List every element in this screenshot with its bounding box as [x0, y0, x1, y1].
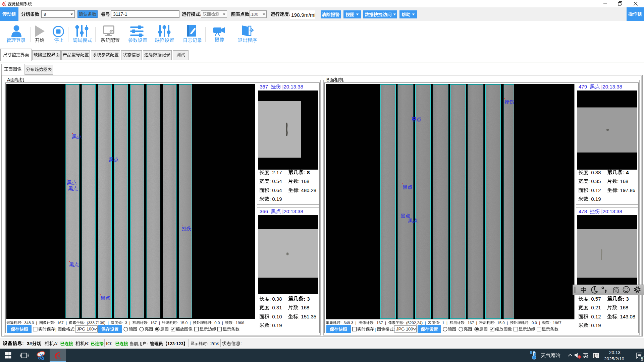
svg-text:478: 478 — [579, 208, 587, 214]
svg-text:15.0: 15.0 — [180, 320, 187, 324]
svg-text:15.0: 15.0 — [497, 320, 504, 324]
svg-text:0.19: 0.19 — [272, 322, 282, 328]
svg-text:123-123: 123-123 — [167, 341, 183, 346]
svg-text:2ms: 2ms — [210, 341, 219, 346]
svg-text:|: | — [36, 320, 37, 324]
svg-text:0.10: 0.10 — [272, 314, 282, 319]
svg-text:168: 168 — [301, 178, 309, 184]
svg-text:0.21: 0.21 — [591, 305, 601, 310]
svg-text::: : — [232, 320, 233, 324]
svg-text::: : — [549, 320, 550, 324]
svg-text::: : — [147, 341, 148, 346]
svg-text:3117-1: 3117-1 — [113, 11, 127, 17]
svg-text::: : — [147, 320, 148, 324]
svg-text::: : — [74, 327, 75, 332]
svg-text:0.38: 0.38 — [591, 170, 601, 175]
svg-text:|: | — [425, 320, 426, 324]
svg-text:|: | — [66, 320, 67, 324]
svg-text::: : — [298, 178, 300, 184]
svg-text::: : — [304, 296, 305, 302]
svg-text:151.35: 151.35 — [301, 314, 316, 319]
svg-text::: : — [623, 296, 625, 302]
svg-text:8: 8 — [307, 170, 310, 175]
svg-text::: : — [439, 320, 440, 324]
svg-text:0.38: 0.38 — [272, 296, 282, 302]
svg-text::: : — [588, 296, 590, 302]
svg-text:0.31: 0.31 — [272, 305, 282, 310]
svg-text::: : — [588, 314, 590, 319]
svg-text::: : — [298, 187, 300, 193]
svg-text:167: 167 — [57, 320, 63, 324]
svg-text:A: A — [7, 77, 10, 82]
svg-text::: : — [588, 170, 590, 175]
svg-text:348.3: 348.3 — [24, 320, 34, 324]
svg-text::: : — [528, 320, 529, 324]
svg-text:4: 4 — [626, 170, 629, 175]
svg-text:0.0: 0.0 — [214, 320, 220, 324]
svg-text:367: 367 — [260, 84, 268, 89]
svg-text:168: 168 — [620, 305, 628, 310]
svg-text::: : — [200, 12, 202, 17]
svg-text:0.19: 0.19 — [272, 196, 282, 202]
svg-text:|: | — [507, 320, 508, 324]
svg-text:0.12: 0.12 — [591, 187, 601, 193]
svg-text::: : — [269, 187, 271, 193]
svg-text:|20:13:38: |20:13:38 — [601, 208, 622, 214]
svg-text::: : — [211, 320, 212, 324]
svg-text::: : — [393, 327, 394, 332]
svg-text:|: | — [107, 320, 108, 324]
svg-text:0.57: 0.57 — [591, 296, 601, 302]
svg-text::: : — [177, 320, 178, 324]
svg-text::: : — [588, 178, 590, 184]
svg-text::: : — [623, 170, 625, 175]
svg-text:366: 366 — [260, 208, 268, 214]
svg-text:143.08: 143.08 — [620, 314, 635, 319]
svg-text:168: 168 — [301, 305, 309, 310]
svg-text:1966: 1966 — [235, 320, 244, 324]
svg-text:20:13: 20:13 — [609, 350, 621, 355]
svg-text::: : — [22, 341, 24, 346]
svg-text::: : — [617, 305, 619, 310]
svg-text:0.0: 0.0 — [531, 320, 537, 324]
svg-text:3: 3 — [626, 296, 629, 302]
svg-text:A:: A: — [54, 341, 58, 346]
svg-text:|: | — [190, 320, 191, 324]
svg-text::: : — [289, 12, 290, 17]
svg-text:6: 6 — [641, 357, 643, 360]
svg-text:0.19: 0.19 — [591, 196, 601, 202]
svg-text:(5202,24): (5202,24) — [406, 320, 422, 324]
svg-text:|: | — [355, 320, 356, 324]
svg-text:197.86: 197.86 — [620, 187, 635, 193]
svg-text:0.54: 0.54 — [272, 178, 282, 184]
svg-text:1967: 1967 — [553, 320, 561, 324]
svg-text:IO:: IO: — [106, 341, 112, 346]
svg-text:0.64: 0.64 — [272, 187, 282, 193]
svg-text::: : — [269, 170, 271, 175]
svg-text::: : — [269, 196, 271, 202]
svg-text::: : — [617, 187, 619, 193]
svg-text::: : — [298, 314, 300, 319]
svg-text:|: | — [385, 320, 386, 324]
svg-text::: : — [494, 320, 495, 324]
svg-text:479: 479 — [579, 84, 587, 89]
svg-text::: : — [403, 320, 404, 324]
svg-text::: : — [54, 320, 55, 324]
svg-text::: : — [269, 305, 271, 310]
svg-text:|20:13:38: |20:13:38 — [282, 84, 303, 89]
svg-text::: : — [617, 314, 619, 319]
svg-text:|: | — [159, 320, 160, 324]
svg-text::: : — [340, 320, 341, 324]
svg-text:3: 3 — [307, 296, 310, 302]
svg-text:|: | — [222, 320, 223, 324]
svg-text:168: 168 — [620, 178, 628, 184]
svg-text:(333,7139): (333,7139) — [87, 320, 105, 324]
svg-text:2.17: 2.17 — [272, 170, 282, 175]
svg-text::: : — [298, 305, 300, 310]
svg-text:0.35: 0.35 — [591, 178, 601, 184]
svg-text:480.28: 480.28 — [301, 187, 316, 193]
svg-text:|: | — [476, 320, 477, 324]
svg-text::: : — [207, 342, 208, 346]
svg-text::: : — [588, 322, 590, 328]
svg-text:|: | — [446, 320, 447, 324]
svg-text::: : — [240, 341, 242, 346]
